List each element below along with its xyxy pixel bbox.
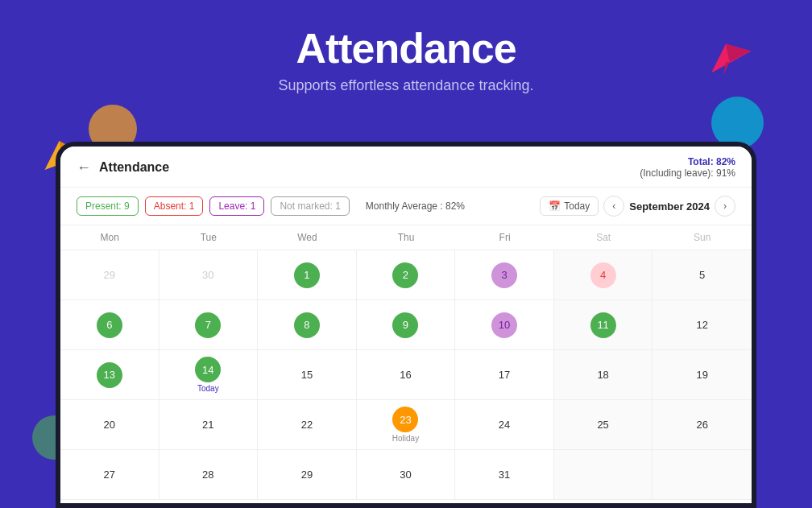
cal-cell[interactable]: 20	[60, 400, 160, 450]
including-leave: (Including leave): 91%	[640, 167, 735, 179]
cal-cell[interactable]: 30	[160, 250, 259, 300]
cal-cell[interactable]: 8	[258, 300, 357, 350]
cal-header-thu: Thu	[357, 225, 456, 250]
total-label: Total: 82%	[688, 156, 735, 167]
day-number: 1	[294, 262, 320, 288]
monthly-avg: Monthly Average : 82%	[366, 200, 465, 212]
nav-controls: 📅 Today ‹ September 2024 ›	[540, 196, 735, 217]
cal-cell[interactable]: 29	[60, 250, 160, 300]
cal-cell[interactable]: 30	[357, 450, 456, 500]
day-number: 15	[294, 362, 320, 388]
day-number: 29	[97, 262, 122, 288]
cal-cell[interactable]: 21	[160, 400, 259, 450]
day-number: 6	[97, 312, 122, 338]
total-info: Total: 82% (Including leave): 91%	[640, 156, 735, 179]
cal-cell[interactable]	[554, 450, 653, 500]
cal-cell[interactable]: 24	[455, 400, 554, 450]
day-number: 19	[690, 362, 715, 388]
day-number: 31	[491, 462, 517, 488]
cal-cell[interactable]: 13	[60, 350, 160, 400]
day-number: 30	[195, 262, 221, 288]
day-number: 28	[195, 462, 221, 488]
day-number: 27	[97, 462, 122, 488]
back-button[interactable]: ←	[77, 159, 91, 176]
cal-header-fri: Fri	[455, 225, 554, 250]
cal-cell[interactable]: 10	[455, 300, 554, 350]
stat-leave: Leave: 1	[209, 196, 264, 216]
next-month-button[interactable]: ›	[715, 196, 735, 217]
app-header-left: ← Attendance	[77, 159, 169, 176]
cal-header-sun: Sun	[652, 225, 752, 250]
device-inner: ← Attendance Total: 82% (Including leave…	[60, 147, 752, 503]
cal-cell[interactable]: 16	[357, 350, 456, 400]
day-number: 14	[195, 357, 221, 382]
cal-cell[interactable]: 27	[60, 450, 160, 500]
day-number: 29	[294, 462, 320, 488]
stat-not-marked: Not marked: 1	[271, 196, 349, 216]
stat-present: Present: 9	[77, 196, 139, 216]
today-button[interactable]: 📅 Today	[540, 196, 599, 216]
cal-cell[interactable]: 29	[258, 450, 357, 500]
page-subtitle: Supports effortless attendance tracking.	[0, 77, 812, 94]
day-number: 11	[590, 312, 616, 338]
day-number: 12	[690, 312, 715, 338]
day-number: 10	[491, 312, 517, 338]
day-number: 21	[195, 412, 221, 438]
app-title: Attendance	[99, 160, 169, 175]
app-header-right: Total: 82% (Including leave): 91%	[640, 156, 735, 179]
prev-month-button[interactable]: ‹	[603, 196, 624, 217]
day-number: 18	[590, 362, 616, 388]
cal-cell[interactable]: 7	[160, 300, 259, 350]
day-number: 2	[392, 262, 418, 288]
app-header: ← Attendance Total: 82% (Including leave…	[60, 147, 752, 188]
cal-cell[interactable]: 11	[554, 300, 653, 350]
day-number: 23	[392, 407, 418, 432]
day-number: 5	[690, 262, 715, 288]
calendar-grid: 29301234567891011121314Today151617181920…	[60, 250, 752, 503]
day-label: Holiday	[392, 434, 419, 443]
calendar: MonTueWedThuFriSatSun 293012345678910111…	[60, 225, 752, 503]
day-number: 20	[97, 412, 122, 438]
cal-header-sat: Sat	[554, 225, 653, 250]
cal-cell[interactable]: 18	[554, 350, 653, 400]
calendar-icon: 📅	[549, 200, 561, 212]
stat-absent: Absent: 1	[145, 196, 204, 216]
page-title: Attendance	[0, 24, 812, 72]
cal-cell[interactable]: 22	[258, 400, 357, 450]
cal-cell[interactable]: 14Today	[160, 350, 259, 400]
day-number: 16	[392, 362, 418, 388]
cal-header-wed: Wed	[258, 225, 357, 250]
calendar-header: MonTueWedThuFriSatSun	[60, 225, 752, 250]
cal-header-tue: Tue	[160, 225, 259, 250]
day-number: 17	[491, 362, 517, 388]
cal-cell[interactable]: 1	[258, 250, 357, 300]
cal-cell[interactable]: 9	[357, 300, 456, 350]
cal-cell[interactable]: 23Holiday	[357, 400, 456, 450]
day-label: Today	[197, 384, 219, 393]
cal-cell[interactable]: 5	[652, 250, 752, 300]
cal-cell[interactable]: 3	[455, 250, 554, 300]
day-number: 26	[690, 412, 715, 438]
cal-cell[interactable]: 4	[554, 250, 653, 300]
day-number: 4	[590, 262, 616, 288]
cal-cell[interactable]: 31	[455, 450, 554, 500]
cal-header-mon: Mon	[60, 225, 160, 250]
day-number: 13	[97, 362, 122, 388]
cal-cell[interactable]: 15	[258, 350, 357, 400]
cal-cell[interactable]: 17	[455, 350, 554, 400]
day-number: 9	[392, 312, 418, 338]
day-number: 30	[392, 462, 418, 488]
cal-cell[interactable]: 2	[357, 250, 456, 300]
page-header: Attendance Supports effortless attendanc…	[0, 0, 812, 94]
cal-cell[interactable]: 6	[60, 300, 160, 350]
cal-cell[interactable]: 25	[554, 400, 653, 450]
cal-cell[interactable]: 12	[652, 300, 752, 350]
day-number: 24	[491, 412, 517, 438]
day-number: 8	[294, 312, 320, 338]
cal-cell[interactable]: 28	[160, 450, 259, 500]
cal-cell[interactable]: 26	[652, 400, 752, 450]
cal-cell[interactable]	[652, 450, 752, 500]
cal-cell[interactable]: 19	[652, 350, 752, 400]
month-label: September 2024	[629, 200, 710, 213]
device-frame: ← Attendance Total: 82% (Including leave…	[56, 142, 756, 508]
